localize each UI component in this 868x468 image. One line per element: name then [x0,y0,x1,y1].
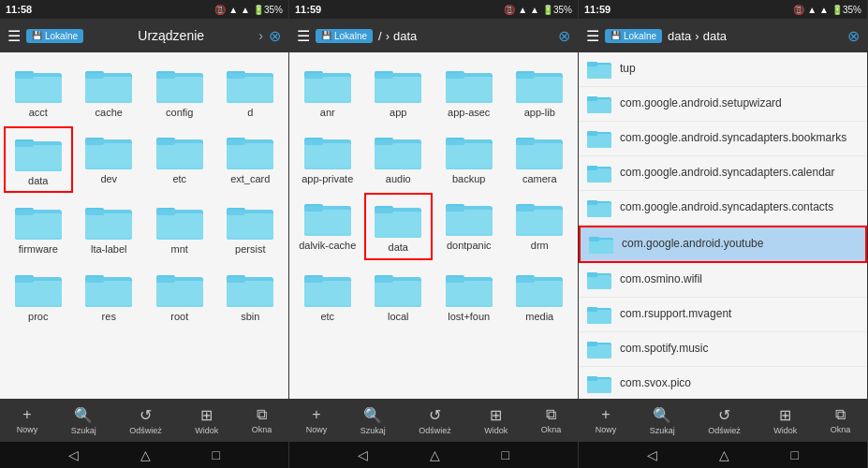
back-btn-2[interactable]: ◁ [358,447,368,462]
bottom-btn-odśwież[interactable]: ↺ Odśwież [419,406,451,435]
recents-btn-2[interactable]: □ [502,447,509,462]
recents-btn-1[interactable]: □ [213,447,220,462]
list-item-com-rsupport-mvagent[interactable]: com.rsupport.mvagent [579,298,867,332]
btn-label-nowy: Nowy [596,425,617,434]
folder-icon [155,268,204,309]
bottom-btn-odśwież[interactable]: ↺ Odśwież [708,406,741,435]
list-item-com-google-android-syncadapter[interactable]: com.google.android.syncadapters.bookmark… [579,122,867,156]
menu-icon-3[interactable]: ☰ [586,27,599,45]
bottom-btn-nowy[interactable]: + Nowy [17,406,38,434]
list-item-com-google-android-setupwizard[interactable]: com.google.android.setupwizard [579,87,867,122]
folder-item-res[interactable]: res [75,264,144,327]
list-item-com-google-android-syncadapter[interactable]: com.google.android.syncadapters.calendar [579,156,867,191]
folder-item-camera[interactable]: camera [506,126,575,189]
folder-item-dalvik-cache[interactable]: dalvik-cache [293,193,362,259]
folder-item-data[interactable]: data [4,126,73,193]
header-bar-1: ☰ 💾 Lokalne Urządzenie › ⊗ [0,19,288,52]
bottom-btn-okna[interactable]: ⧉ Okna [252,406,272,434]
btn-icon-widok: ⊞ [200,406,213,424]
folder-item-mnt[interactable]: mnt [145,197,214,259]
bottom-btn-widok[interactable]: ⊞ Widok [195,406,218,435]
folder-item-app-private[interactable]: app-private [293,126,362,189]
status-bar-2: 11:59 📵 ▲ ▲ 🔋35% [289,0,578,19]
bottom-btn-szukaj[interactable]: 🔍 Szukaj [71,406,96,435]
close-icon-1[interactable]: ⊗ [269,27,281,45]
bottom-btn-szukaj[interactable]: 🔍 Szukaj [360,406,386,435]
btn-icon-nowy: + [312,406,320,423]
folder-item-app-lib[interactable]: app-lib [506,60,575,123]
folder-item-data[interactable]: data [364,193,434,259]
bottom-btn-widok[interactable]: ⊞ Widok [484,406,508,435]
folder-label: ext_card [230,173,270,185]
folder-item-local[interactable]: local [364,264,434,327]
back-btn-1[interactable]: ◁ [68,447,79,462]
folder-item-drm[interactable]: drm [506,193,575,259]
time-2: 11:59 [295,4,321,15]
bottom-btn-widok[interactable]: ⊞ Widok [773,406,797,435]
folder-item-backup[interactable]: backup [434,126,504,189]
menu-icon-2[interactable]: ☰ [297,27,310,45]
folder-item-acct[interactable]: acct [4,60,73,123]
menu-icon-1[interactable]: ☰ [7,27,21,45]
bottom-btn-nowy[interactable]: + Nowy [596,406,617,434]
folder-item-app-asec[interactable]: app-asec [434,60,504,123]
folder-item-audio[interactable]: audio [364,126,434,189]
folder-item-etc[interactable]: etc [145,126,214,193]
path-parts-2: / › data [378,29,552,43]
folder-item-root[interactable]: root [145,264,214,327]
folder-item-media[interactable]: media [506,264,575,327]
folder-item-sbin[interactable]: sbin [216,264,286,327]
folder-item-anr[interactable]: anr [293,60,362,123]
folder-item-dev[interactable]: dev [75,126,144,193]
wifi-icon-3: ▲ [807,5,817,15]
back-btn-3[interactable]: ◁ [647,447,657,462]
folder-icon [445,130,493,171]
svg-rect-151 [587,307,597,312]
list-item-com-osmino-wifil[interactable]: com.osmino.wifil [579,263,867,298]
bottom-btn-okna[interactable]: ⧉ Okna [541,406,562,434]
home-btn-3[interactable]: △ [719,447,729,462]
list-item-tup[interactable]: tup [579,52,867,87]
folder-item-proc[interactable]: proc [4,264,73,327]
folder-item-app[interactable]: app [364,60,434,123]
folder-item-persist[interactable]: persist [216,197,286,259]
list-item-com-google-android-youtube[interactable]: com.google.android.youtube [579,226,867,263]
path-root-2: / [378,29,382,43]
folder-item-ext-card[interactable]: ext_card [216,126,286,193]
folder-icon [155,130,204,171]
bottom-btn-odśwież[interactable]: ↺ Odśwież [129,406,162,435]
folder-item-cache[interactable]: cache [75,60,144,123]
close-icon-2[interactable]: ⊗ [558,27,570,45]
home-btn-2[interactable]: △ [430,447,440,462]
list-item-com-spotify-music[interactable]: com.spotify.music [579,332,867,367]
btn-label-okna: Okna [831,425,851,434]
bottom-btn-nowy[interactable]: + Nowy [306,406,328,434]
btn-icon-nowy: + [22,406,31,423]
svg-rect-153 [587,344,611,358]
folder-item-etc[interactable]: etc [293,264,362,327]
svg-rect-111 [516,206,563,234]
folder-item-d[interactable]: d [216,60,286,123]
folder-icon [226,200,274,241]
folder-item-firmware[interactable]: firmware [4,197,73,259]
folder-item-config[interactable]: config [145,60,214,123]
folder-icon [226,130,274,171]
folder-icon [84,200,133,241]
folder-icon [374,130,422,171]
bottom-btn-szukaj[interactable]: 🔍 Szukaj [650,406,675,435]
folder-icon [515,197,564,238]
close-icon-3[interactable]: ⊗ [847,27,860,45]
bottom-bar-3: + Nowy 🔍 Szukaj ↺ Odśwież ⊞ Widok ⧉ Okna [579,399,867,442]
folder-item-lta-label[interactable]: lta-label [75,197,144,259]
recents-btn-3[interactable]: □ [791,447,799,462]
folder-label: persist [235,243,265,256]
home-btn-1[interactable]: △ [140,447,151,462]
folder-item-dontpanic[interactable]: dontpanic [434,193,504,259]
bottom-btn-okna[interactable]: ⧉ Okna [831,406,851,434]
folder-label: dev [100,173,117,185]
location-label-3: Lokalne [624,31,656,41]
list-item-com-google-android-syncadapter[interactable]: com.google.android.syncadapters.contacts [579,191,867,226]
folder-item-lost-foun[interactable]: lost+foun [434,264,504,327]
btn-label-nowy: Nowy [17,425,38,434]
list-item-com-svox-pico[interactable]: com.svox.pico [579,367,867,399]
